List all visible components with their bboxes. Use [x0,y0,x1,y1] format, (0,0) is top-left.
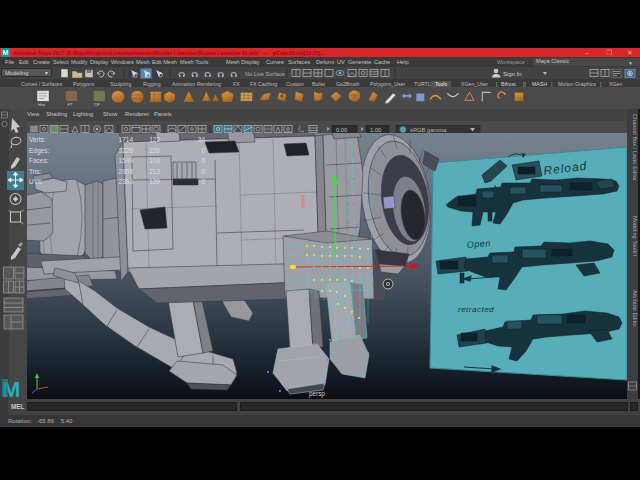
svg-text:0: 0 [201,157,205,164]
svg-text:No Live Surface: No Live Surface [245,71,285,77]
svg-text:2958: 2958 [119,168,134,175]
svg-text:UVs:: UVs: [29,178,43,185]
svg-text:retracted: retracted [458,305,494,314]
svg-text:103: 103 [149,157,160,164]
svg-text:Tris:: Tris: [29,168,42,175]
svg-text:1714: 1714 [119,136,134,143]
svg-text:129: 129 [149,178,160,185]
svg-text:CP: CP [94,103,100,108]
svg-text:Verts:: Verts: [29,136,46,143]
svg-text:213: 213 [149,168,160,175]
svg-text:Hist: Hist [38,103,46,108]
svg-text:persp: persp [309,390,325,398]
svg-text:3226: 3226 [119,147,134,154]
svg-text:Edges:: Edges: [29,147,49,155]
svg-text:2380: 2380 [119,178,134,185]
svg-text:Sign In: Sign In [503,71,522,77]
svg-text:Faces:: Faces: [29,157,49,164]
svg-text:0: 0 [201,147,205,154]
svg-text:226: 226 [149,147,160,154]
svg-text:0: 0 [201,178,205,185]
svg-text:1549: 1549 [119,157,134,164]
svg-text:0: 0 [201,168,205,175]
svg-text:34: 34 [198,136,206,143]
svg-text:122: 122 [149,136,160,143]
svg-text:FT: FT [67,103,73,108]
svg-text:Open: Open [466,238,491,250]
